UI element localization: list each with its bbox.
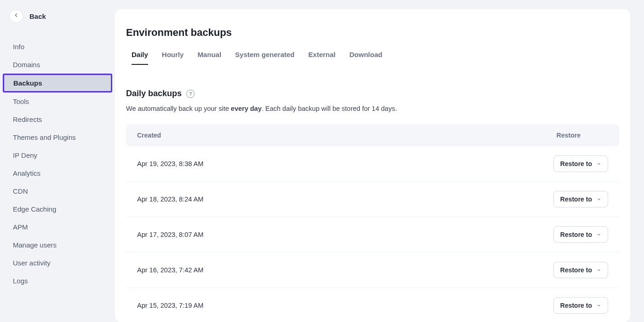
restore-to-button[interactable]: Restore to [553, 191, 608, 207]
tab-hourly[interactable]: Hourly [162, 51, 184, 65]
section-desc-prefix: We automatically back up your site [126, 105, 231, 112]
tabs: Daily Hourly Manual System generated Ext… [126, 51, 619, 65]
created-cell: Apr 15, 2023, 7:19 AM [137, 302, 203, 309]
created-cell: Apr 19, 2023, 8:38 AM [137, 160, 203, 167]
restore-to-label: Restore to [560, 196, 592, 203]
main-panel: Environment backups Daily Hourly Manual … [115, 9, 630, 322]
help-icon[interactable]: ? [186, 90, 195, 98]
page-title: Environment backups [126, 27, 619, 39]
sidebar-item-edge-caching[interactable]: Edge Caching [0, 200, 115, 218]
sidebar: Back Info Domains Backups Tools Redirect… [0, 0, 115, 322]
sidebar-item-cdn[interactable]: CDN [0, 182, 115, 200]
restore-to-button[interactable]: Restore to [553, 262, 608, 278]
restore-to-button[interactable]: Restore to [553, 226, 608, 243]
col-created: Created [137, 132, 161, 139]
sidebar-item-manage-users[interactable]: Manage users [0, 236, 115, 254]
restore-to-label: Restore to [560, 266, 592, 274]
tab-external[interactable]: External [308, 51, 335, 65]
table-row: Apr 19, 2023, 8:38 AM Restore to [126, 146, 619, 182]
tab-system-generated[interactable]: System generated [235, 51, 294, 65]
table-row: Apr 16, 2023, 7:42 AM Restore to [126, 253, 619, 288]
section-desc-bold: every day [231, 105, 262, 112]
back-row: Back [0, 9, 115, 23]
created-cell: Apr 17, 2023, 8:07 AM [137, 231, 203, 238]
chevron-down-icon [597, 160, 601, 167]
restore-to-label: Restore to [560, 302, 592, 309]
tab-daily[interactable]: Daily [132, 51, 148, 65]
restore-to-button[interactable]: Restore to [553, 297, 608, 314]
chevron-down-icon [597, 196, 601, 203]
sidebar-item-redirects[interactable]: Redirects [0, 110, 115, 128]
tab-manual[interactable]: Manual [197, 51, 221, 65]
section-title-row: Daily backups ? [126, 89, 619, 98]
restore-to-label: Restore to [560, 160, 592, 167]
restore-to-label: Restore to [560, 231, 592, 238]
sidebar-item-tools[interactable]: Tools [0, 92, 115, 110]
sidebar-item-user-activity[interactable]: User activity [0, 254, 115, 272]
restore-to-button[interactable]: Restore to [553, 155, 608, 172]
table-header: Created Restore [126, 124, 619, 146]
sidebar-item-apm[interactable]: APM [0, 218, 115, 236]
section-title: Daily backups [126, 89, 182, 98]
table-row: Apr 15, 2023, 7:19 AM Restore to [126, 288, 619, 322]
section-desc-suffix: . Each daily backup will be stored for 1… [262, 105, 397, 112]
back-button[interactable] [9, 9, 23, 23]
table-row: Apr 17, 2023, 8:07 AM Restore to [126, 217, 619, 253]
sidebar-item-domains[interactable]: Domains [0, 56, 115, 74]
sidebar-item-themes-plugins[interactable]: Themes and Plugins [0, 128, 115, 146]
table-body: Apr 19, 2023, 8:38 AM Restore to Apr 18,… [126, 146, 619, 322]
back-label: Back [29, 12, 46, 20]
tab-download[interactable]: Download [350, 51, 383, 65]
sidebar-nav: Info Domains Backups Tools Redirects The… [0, 38, 115, 290]
sidebar-item-ip-deny[interactable]: IP Deny [0, 146, 115, 164]
table-row: Apr 18, 2023, 8:24 AM Restore to [126, 182, 619, 217]
created-cell: Apr 16, 2023, 7:42 AM [137, 266, 203, 274]
sidebar-item-backups[interactable]: Backups [3, 74, 112, 92]
sidebar-item-logs[interactable]: Logs [0, 272, 115, 290]
section-description: We automatically back up your site every… [126, 105, 619, 112]
sidebar-item-analytics[interactable]: Analytics [0, 164, 115, 182]
chevron-down-icon [597, 302, 601, 309]
arrow-left-icon [13, 12, 19, 20]
chevron-down-icon [597, 231, 601, 238]
chevron-down-icon [597, 266, 601, 274]
sidebar-item-info[interactable]: Info [0, 38, 115, 56]
created-cell: Apr 18, 2023, 8:24 AM [137, 196, 203, 203]
col-restore: Restore [557, 132, 608, 139]
